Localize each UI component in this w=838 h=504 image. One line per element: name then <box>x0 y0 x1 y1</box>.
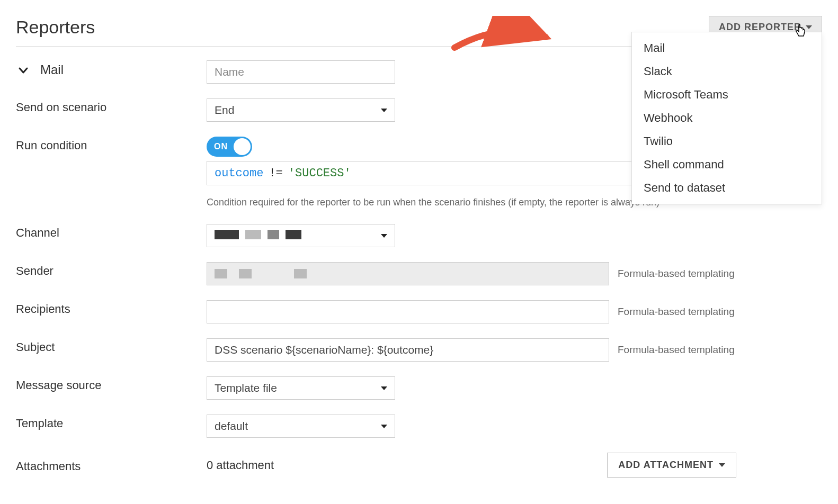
label-message-source: Message source <box>16 379 101 392</box>
dropdown-item-slack[interactable]: Slack <box>632 60 822 83</box>
label-recipients: Recipients <box>16 302 70 316</box>
expr-identifier: outcome <box>215 167 263 180</box>
add-reporter-label: ADD REPORTER <box>719 22 801 33</box>
expr-string: 'SUCCESS' <box>288 167 351 180</box>
page-title: Reporters <box>16 17 95 38</box>
label-run-condition: Run condition <box>16 139 87 152</box>
run-condition-help: Condition required for the reporter to b… <box>207 197 659 208</box>
recipients-hint: Formula-based templating <box>618 306 735 318</box>
label-channel: Channel <box>16 226 59 240</box>
channel-redacted <box>215 229 301 242</box>
recipients-input[interactable] <box>207 300 609 323</box>
label-attachments: Attachments <box>16 460 81 473</box>
add-reporter-dropdown: Mail Slack Microsoft Teams Webhook Twili… <box>631 32 822 204</box>
dropdown-item-teams[interactable]: Microsoft Teams <box>632 83 822 106</box>
chevron-down-icon <box>381 234 387 238</box>
template-select[interactable]: default <box>207 415 395 438</box>
add-attachment-button[interactable]: ADD ATTACHMENT <box>607 453 736 478</box>
dropdown-item-send-dataset[interactable]: Send to dataset <box>632 176 822 200</box>
reporter-type-label: Mail <box>40 62 64 77</box>
template-value: default <box>215 420 248 433</box>
chevron-down-icon <box>381 109 387 112</box>
label-send-on-scenario: Send on scenario <box>16 101 106 114</box>
run-condition-toggle[interactable]: ON <box>207 137 252 157</box>
dropdown-item-shell[interactable]: Shell command <box>632 153 822 176</box>
expr-operator: != <box>269 167 282 180</box>
subject-value: DSS scenario ${scenarioName}: ${outcome} <box>215 344 433 356</box>
label-sender: Sender <box>16 264 54 278</box>
dropdown-item-twilio[interactable]: Twilio <box>632 130 822 153</box>
channel-select[interactable] <box>207 224 395 247</box>
attachments-count: 0 attachment <box>207 458 274 472</box>
label-subject: Subject <box>16 340 55 354</box>
toggle-on-label: ON <box>207 142 228 151</box>
collapse-toggle[interactable] <box>18 65 28 75</box>
reporter-name-input[interactable] <box>207 60 395 84</box>
subject-input[interactable]: DSS scenario ${scenarioName}: ${outcome} <box>207 338 609 362</box>
dropdown-item-mail[interactable]: Mail <box>632 37 822 60</box>
toggle-knob <box>234 138 251 155</box>
send-on-scenario-select[interactable]: End <box>207 98 395 122</box>
subject-hint: Formula-based templating <box>618 344 735 356</box>
chevron-down-icon <box>381 386 387 390</box>
chevron-down-icon <box>381 425 387 428</box>
sender-hint: Formula-based templating <box>618 268 735 280</box>
message-source-value: Template file <box>215 382 277 394</box>
chevron-down-icon <box>806 25 812 29</box>
dropdown-item-webhook[interactable]: Webhook <box>632 106 822 130</box>
add-attachment-label: ADD ATTACHMENT <box>618 460 714 471</box>
chevron-down-icon <box>719 463 725 467</box>
label-template: Template <box>16 417 63 430</box>
send-on-scenario-value: End <box>215 104 234 116</box>
sender-input[interactable] <box>207 262 609 285</box>
message-source-select[interactable]: Template file <box>207 376 395 400</box>
